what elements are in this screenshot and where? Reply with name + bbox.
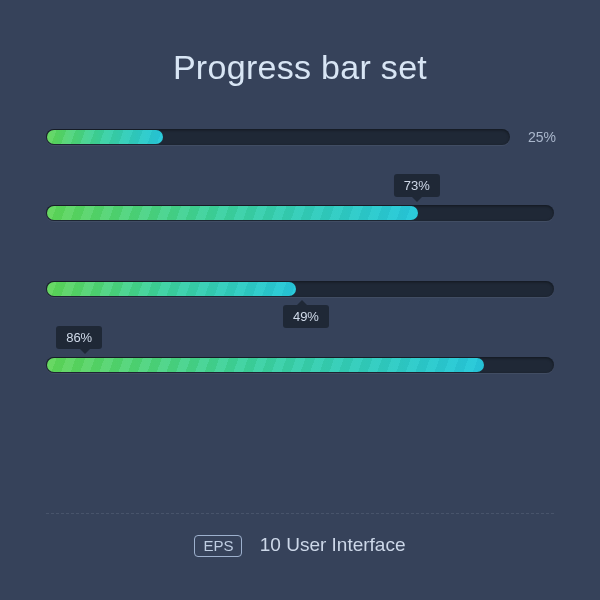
- progress-track[interactable]: 49%: [46, 281, 554, 297]
- progress-label: 25%: [528, 129, 556, 145]
- footer: EPS 10 User Interface: [0, 534, 600, 556]
- progress-bar-row: 73%: [46, 205, 554, 221]
- progress-track[interactable]: [46, 129, 510, 145]
- progress-bar-list: 25% 73% 49% 86%: [0, 129, 600, 373]
- progress-bar-row: 49%: [46, 281, 554, 297]
- page-title: Progress bar set: [0, 48, 600, 87]
- progress-fill: [47, 282, 296, 296]
- progress-tooltip: 73%: [394, 174, 440, 197]
- progress-fill: [47, 206, 418, 220]
- progress-tooltip: 86%: [56, 326, 102, 349]
- progress-fill: [47, 130, 163, 144]
- progress-bar-row: 86%: [46, 357, 554, 373]
- divider: [46, 513, 554, 514]
- eps-badge: EPS: [194, 535, 242, 557]
- progress-track[interactable]: 86%: [46, 357, 554, 373]
- progress-tooltip: 49%: [283, 305, 329, 328]
- progress-fill: [47, 358, 484, 372]
- progress-bar-row: 25%: [46, 129, 554, 145]
- progress-track[interactable]: 73%: [46, 205, 554, 221]
- footer-text: 10 User Interface: [260, 534, 406, 555]
